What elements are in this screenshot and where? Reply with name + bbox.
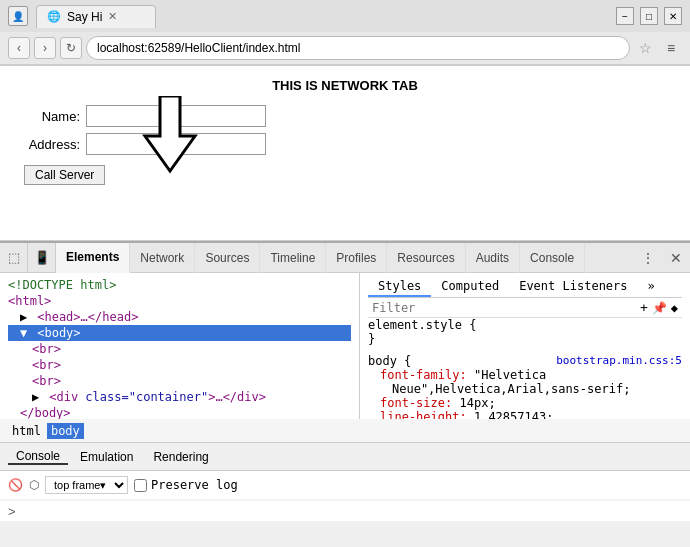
css-prop-line-height: line-height: 1.42857143; bbox=[368, 410, 682, 419]
styles-tab-more[interactable]: » bbox=[638, 277, 665, 297]
styles-tab-computed[interactable]: Computed bbox=[431, 277, 509, 297]
dom-line[interactable]: ▶ <head>…</head> bbox=[8, 309, 351, 325]
console-error-icon[interactable]: 🚫 bbox=[8, 478, 23, 492]
console-filter-icon[interactable]: ⬡ bbox=[29, 478, 39, 492]
dom-line[interactable]: </body> bbox=[8, 405, 351, 419]
prompt-chevron-icon: > bbox=[8, 504, 16, 519]
menu-icon[interactable]: ≡ bbox=[660, 37, 682, 59]
br-tag-3: <br> bbox=[32, 374, 61, 388]
styles-filter-bar: + 📌 ◆ bbox=[368, 298, 682, 318]
tab-profiles[interactable]: Profiles bbox=[326, 243, 387, 273]
address-input[interactable] bbox=[86, 36, 630, 60]
br-tag-2: <br> bbox=[32, 358, 61, 372]
tab-elements[interactable]: Elements bbox=[56, 243, 130, 273]
call-server-button[interactable]: Call Server bbox=[24, 165, 105, 185]
filter-add-icon[interactable]: + bbox=[640, 300, 648, 315]
console-tab-console[interactable]: Console bbox=[8, 449, 68, 465]
devtools-toolbar: ⬚ 📱 Elements Network Sources Timeline Pr… bbox=[0, 243, 690, 273]
address-bar-row: ‹ › ↻ ☆ ≡ bbox=[0, 32, 690, 65]
tab-timeline[interactable]: Timeline bbox=[260, 243, 326, 273]
dom-line[interactable]: ▶ <div class="container">…</div> bbox=[8, 389, 351, 405]
css-rule-element-style: element.style { } bbox=[368, 318, 682, 346]
bookmark-icon[interactable]: ☆ bbox=[634, 37, 656, 59]
br-tag-1: <br> bbox=[32, 342, 61, 356]
refresh-btn[interactable]: ↻ bbox=[60, 37, 82, 59]
styles-tab-styles[interactable]: Styles bbox=[368, 277, 431, 297]
console-tab-bar: Console Emulation Rendering bbox=[0, 443, 690, 471]
name-row: Name: bbox=[20, 105, 670, 127]
dom-line: <!DOCTYPE html> bbox=[8, 277, 351, 293]
inspect-element-icon[interactable]: ⬚ bbox=[0, 243, 28, 273]
dom-line[interactable]: <br> bbox=[8, 357, 351, 373]
css-rule-close: } bbox=[368, 332, 682, 346]
css-prop-font-family: font-family: "Helvetica bbox=[368, 368, 682, 382]
tab-console[interactable]: Console bbox=[520, 243, 585, 273]
body-tag: <body> bbox=[30, 326, 81, 340]
preserve-log-checkbox[interactable] bbox=[134, 479, 147, 492]
div-tag: <div bbox=[42, 390, 85, 404]
name-input[interactable] bbox=[86, 105, 266, 127]
browser-chrome: 👤 🌐 Say Hi ✕ − □ ✕ ‹ › ↻ ☆ ≡ bbox=[0, 0, 690, 66]
css-selector-body-row: body { bootstrap.min.css:5 bbox=[368, 354, 682, 368]
css-value-font-family-cont: Neue",Helvetica,Arial,sans-serif; bbox=[368, 382, 682, 396]
window-controls-right: − □ ✕ bbox=[616, 7, 682, 25]
devtools-tab-actions: ⋮ ✕ bbox=[634, 243, 690, 273]
tab-sources[interactable]: Sources bbox=[195, 243, 260, 273]
devtools-more-icon[interactable]: ⋮ bbox=[634, 243, 662, 273]
profile-icon[interactable]: 👤 bbox=[8, 6, 28, 26]
page-title: THIS IS NETWORK TAB bbox=[20, 78, 670, 93]
doctype-text: <!DOCTYPE html> bbox=[8, 278, 116, 292]
restore-btn[interactable]: □ bbox=[640, 7, 658, 25]
title-bar: 👤 🌐 Say Hi ✕ − □ ✕ bbox=[0, 0, 690, 32]
filter-palette-icon[interactable]: ◆ bbox=[671, 301, 678, 315]
tab-audits[interactable]: Audits bbox=[466, 243, 520, 273]
close-btn[interactable]: ✕ bbox=[664, 7, 682, 25]
html-tag: <html> bbox=[8, 294, 51, 308]
breadcrumb-body[interactable]: body bbox=[47, 423, 84, 439]
page-content: THIS IS NETWORK TAB Name: Address: Call … bbox=[0, 66, 690, 241]
tab-resources[interactable]: Resources bbox=[387, 243, 465, 273]
console-tab-emulation[interactable]: Emulation bbox=[72, 450, 141, 464]
console-prompt-row: > bbox=[0, 501, 690, 521]
expand-head[interactable]: ▶ bbox=[20, 310, 30, 324]
tab-title: Say Hi bbox=[67, 10, 102, 24]
dom-line[interactable]: <br> bbox=[8, 373, 351, 389]
breadcrumb-html[interactable]: html bbox=[8, 423, 45, 439]
styles-panel: Styles Computed Event Listeners » + 📌 ◆ … bbox=[360, 273, 690, 419]
styles-tab-event-listeners[interactable]: Event Listeners bbox=[509, 277, 637, 297]
devtools-tabs: Elements Network Sources Timeline Profil… bbox=[56, 243, 634, 273]
div-close: >…</div> bbox=[208, 390, 266, 404]
filter-pin-icon[interactable]: 📌 bbox=[652, 301, 667, 315]
div-class-attr: class="container" bbox=[85, 390, 208, 404]
css-selector-element: element.style { bbox=[368, 318, 682, 332]
console-bottom-bar: 🚫 ⬡ top frame▾ Preserve log bbox=[0, 471, 690, 499]
dom-line-body[interactable]: ▼ <body> bbox=[8, 325, 351, 341]
preserve-log-text: Preserve log bbox=[151, 478, 238, 492]
tab-close-btn[interactable]: ✕ bbox=[108, 10, 117, 23]
devtools-main: <!DOCTYPE html> <html> ▶ <head>…</head> … bbox=[0, 273, 690, 419]
styles-filter-input[interactable] bbox=[372, 301, 636, 315]
device-mode-icon[interactable]: 📱 bbox=[28, 243, 56, 273]
minimize-btn[interactable]: − bbox=[616, 7, 634, 25]
expand-body[interactable]: ▼ bbox=[20, 326, 30, 340]
frame-selector[interactable]: top frame▾ bbox=[45, 476, 128, 494]
back-btn[interactable]: ‹ bbox=[8, 37, 30, 59]
tab-network[interactable]: Network bbox=[130, 243, 195, 273]
styles-tabs: Styles Computed Event Listeners » bbox=[368, 277, 682, 298]
browser-tab[interactable]: 🌐 Say Hi ✕ bbox=[36, 5, 156, 28]
body-close-tag: </body> bbox=[20, 406, 71, 419]
head-tag: <head>…</head> bbox=[30, 310, 138, 324]
css-prop-font-size: font-size: 14px; bbox=[368, 396, 682, 410]
address-row: Address: bbox=[20, 133, 670, 155]
dom-line[interactable]: <br> bbox=[8, 341, 351, 357]
css-source-link[interactable]: bootstrap.min.css:5 bbox=[556, 354, 682, 367]
address-input[interactable] bbox=[86, 133, 266, 155]
console-tab-rendering[interactable]: Rendering bbox=[145, 450, 216, 464]
forward-btn[interactable]: › bbox=[34, 37, 56, 59]
devtools-panel: ⬚ 📱 Elements Network Sources Timeline Pr… bbox=[0, 241, 690, 521]
dom-line[interactable]: <html> bbox=[8, 293, 351, 309]
name-label: Name: bbox=[20, 109, 80, 124]
devtools-close-icon[interactable]: ✕ bbox=[662, 243, 690, 273]
expand-div[interactable]: ▶ bbox=[32, 390, 42, 404]
address-label: Address: bbox=[20, 137, 80, 152]
